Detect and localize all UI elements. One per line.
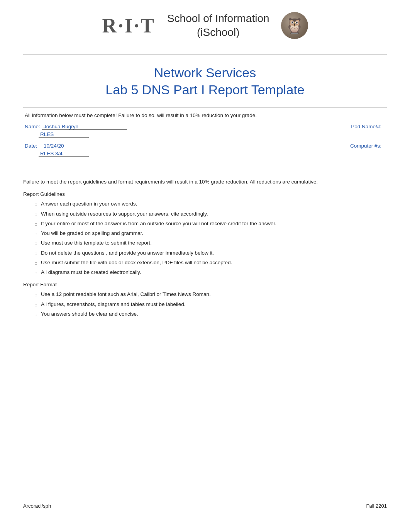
bullet-icon: □	[35, 260, 37, 266]
name-value: Joshua Bugryn	[42, 124, 127, 130]
bullet-icon: □	[35, 312, 37, 318]
list-item: □All diagrams must be created electronic…	[35, 269, 387, 276]
header: R·I·T School of Information (iSchool)	[23, 12, 387, 44]
bullet-icon: □	[35, 231, 37, 237]
list-item: □Use must submit the file with doc or do…	[35, 259, 387, 267]
computer-label: Computer #s:	[308, 143, 385, 149]
guidelines-list: □Answer each question in your own words.…	[23, 200, 387, 276]
bullet-icon: □	[35, 202, 37, 207]
title-line1: Network Services	[154, 65, 256, 80]
date-label: Date:	[25, 143, 42, 149]
list-item: □Use a 12 point readable font such as Ar…	[35, 291, 387, 298]
list-item: □You answers should be clear and concise…	[35, 310, 387, 318]
list-item: □If your entire or most of the answer is…	[35, 220, 387, 228]
date-extra: RLES 3/4	[39, 151, 89, 157]
list-item: □You will be graded on spelling and gram…	[35, 229, 387, 237]
footer: Arcoraci/sph Fall 2201	[23, 491, 387, 509]
rles-row: RLES	[25, 131, 308, 138]
name-row: Name: Joshua Bugryn RLES Pod Name/#:	[25, 124, 385, 139]
page: R·I·T School of Information (iSchool) Ne…	[0, 0, 410, 532]
name-field-row: Name: Joshua Bugryn	[25, 124, 308, 130]
format-heading: Report Format	[23, 282, 387, 287]
doc-title: Network Services Lab 5 DNS Part I Report…	[23, 64, 387, 98]
list-item: □Answer each question in your own words.	[35, 200, 387, 208]
bullet-icon: □	[35, 302, 37, 308]
list-item: □All figures, screenshots, diagrams and …	[35, 301, 387, 308]
school-name: School of Information (iSchool)	[167, 12, 269, 40]
name-extra: RLES	[39, 131, 89, 138]
guidelines-heading: Report Guidelines	[23, 191, 387, 197]
footer-right: Fall 2201	[366, 503, 387, 509]
list-item: □Do not delete the questions , and provi…	[35, 249, 387, 257]
bullet-icon: □	[35, 270, 37, 276]
bullet-icon: □	[35, 241, 37, 246]
date-field-row: Date: 10/24/20	[25, 143, 308, 149]
format-list: □Use a 12 point readable font such as Ar…	[23, 291, 387, 318]
name-label: Name:	[25, 124, 42, 129]
main-content: Failure to meet the report guidelines an…	[23, 174, 387, 491]
rles-date-row: RLES 3/4	[25, 151, 308, 157]
bullet-icon: □	[35, 221, 37, 227]
intro-paragraph: Failure to meet the report guidelines an…	[23, 178, 387, 186]
header-divider	[23, 54, 387, 55]
bullet-icon: □	[35, 212, 37, 218]
list-item: □Use must use this template to submit th…	[35, 239, 387, 247]
info-box: All information below must be complete! …	[23, 107, 387, 167]
ischool-logo	[281, 12, 308, 39]
pod-label: Pod Name/#:	[308, 124, 385, 129]
rit-logo: R·I·T	[102, 14, 155, 37]
bullet-icon: □	[35, 251, 37, 257]
date-row: Date: 10/24/20 RLES 3/4 Computer #s:	[25, 143, 385, 158]
date-value: 10/24/20	[42, 143, 112, 149]
warning-text: All information below must be complete! …	[25, 112, 385, 118]
bullet-icon: □	[35, 292, 37, 298]
date-left: Date: 10/24/20 RLES 3/4	[25, 143, 308, 158]
footer-left: Arcoraci/sph	[23, 503, 51, 509]
list-item: □When using outside resources to support…	[35, 210, 387, 218]
name-left: Name: Joshua Bugryn RLES	[25, 124, 308, 139]
title-line2: Lab 5 DNS Part I Report Template	[105, 82, 304, 97]
